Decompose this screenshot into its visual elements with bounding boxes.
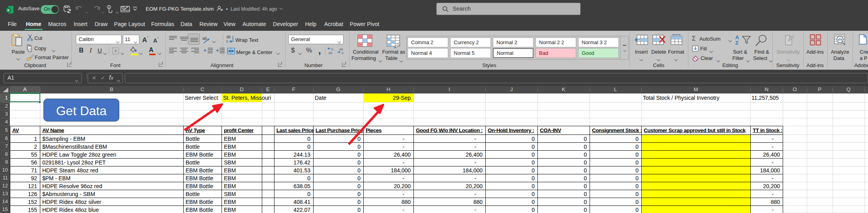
svg-text:ab: ab xyxy=(226,35,231,39)
svg-text:.00: .00 xyxy=(338,48,343,51)
svg-text:c: c xyxy=(226,39,228,43)
svg-text:ab: ab xyxy=(202,36,207,41)
svg-text:X: X xyxy=(7,8,10,12)
svg-text:0: 0 xyxy=(331,48,333,51)
svg-text:.00: .00 xyxy=(328,51,333,54)
svg-text:0: 0 xyxy=(342,51,344,54)
